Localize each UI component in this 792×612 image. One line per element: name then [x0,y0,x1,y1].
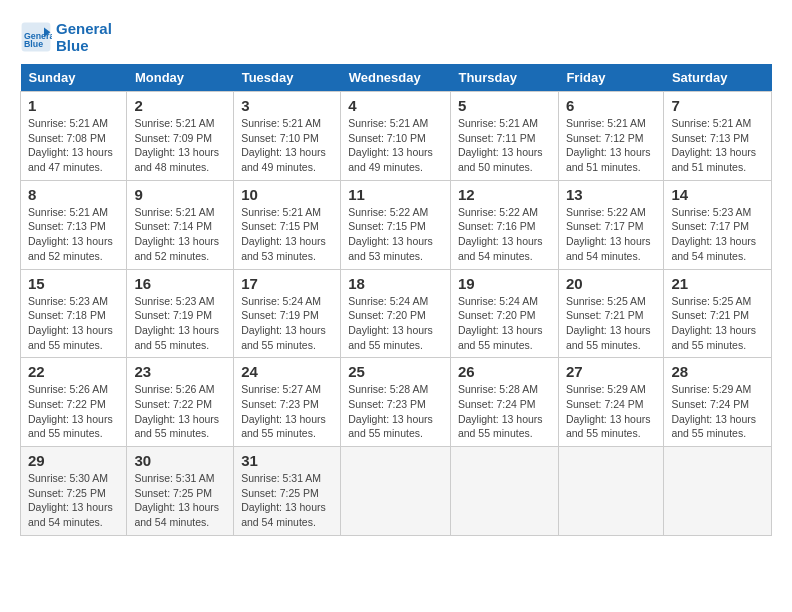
calendar-cell: 13 Sunrise: 5:22 AM Sunset: 7:17 PM Dayl… [558,180,664,269]
day-number: 2 [134,97,226,114]
day-info: Sunrise: 5:25 AM Sunset: 7:21 PM Dayligh… [671,294,764,353]
day-number: 25 [348,363,443,380]
calendar-cell: 26 Sunrise: 5:28 AM Sunset: 7:24 PM Dayl… [450,358,558,447]
day-info: Sunrise: 5:22 AM Sunset: 7:16 PM Dayligh… [458,205,551,264]
day-number: 27 [566,363,657,380]
day-info: Sunrise: 5:25 AM Sunset: 7:21 PM Dayligh… [566,294,657,353]
day-header-thursday: Thursday [450,64,558,92]
day-number: 11 [348,186,443,203]
day-number: 9 [134,186,226,203]
day-number: 18 [348,275,443,292]
logo-icon: General Blue [20,21,52,53]
calendar-cell: 12 Sunrise: 5:22 AM Sunset: 7:16 PM Dayl… [450,180,558,269]
day-number: 17 [241,275,333,292]
calendar-cell: 10 Sunrise: 5:21 AM Sunset: 7:15 PM Dayl… [234,180,341,269]
calendar-cell [558,447,664,536]
calendar-cell: 8 Sunrise: 5:21 AM Sunset: 7:13 PM Dayli… [21,180,127,269]
day-info: Sunrise: 5:24 AM Sunset: 7:19 PM Dayligh… [241,294,333,353]
calendar-cell: 18 Sunrise: 5:24 AM Sunset: 7:20 PM Dayl… [341,269,451,358]
calendar-week-4: 22 Sunrise: 5:26 AM Sunset: 7:22 PM Dayl… [21,358,772,447]
day-info: Sunrise: 5:21 AM Sunset: 7:12 PM Dayligh… [566,116,657,175]
calendar-header: SundayMondayTuesdayWednesdayThursdayFrid… [21,64,772,92]
day-number: 19 [458,275,551,292]
svg-text:Blue: Blue [24,39,43,49]
day-info: Sunrise: 5:28 AM Sunset: 7:23 PM Dayligh… [348,382,443,441]
day-number: 22 [28,363,119,380]
calendar-week-5: 29 Sunrise: 5:30 AM Sunset: 7:25 PM Dayl… [21,447,772,536]
day-info: Sunrise: 5:21 AM Sunset: 7:08 PM Dayligh… [28,116,119,175]
calendar-cell: 20 Sunrise: 5:25 AM Sunset: 7:21 PM Dayl… [558,269,664,358]
day-info: Sunrise: 5:21 AM Sunset: 7:13 PM Dayligh… [28,205,119,264]
day-info: Sunrise: 5:22 AM Sunset: 7:17 PM Dayligh… [566,205,657,264]
calendar-cell: 6 Sunrise: 5:21 AM Sunset: 7:12 PM Dayli… [558,92,664,181]
calendar-cell [450,447,558,536]
day-number: 16 [134,275,226,292]
day-number: 26 [458,363,551,380]
day-header-saturday: Saturday [664,64,772,92]
calendar-body: 1 Sunrise: 5:21 AM Sunset: 7:08 PM Dayli… [21,92,772,536]
day-number: 3 [241,97,333,114]
day-info: Sunrise: 5:22 AM Sunset: 7:15 PM Dayligh… [348,205,443,264]
calendar-cell: 27 Sunrise: 5:29 AM Sunset: 7:24 PM Dayl… [558,358,664,447]
day-info: Sunrise: 5:21 AM Sunset: 7:11 PM Dayligh… [458,116,551,175]
day-info: Sunrise: 5:23 AM Sunset: 7:17 PM Dayligh… [671,205,764,264]
calendar-cell: 16 Sunrise: 5:23 AM Sunset: 7:19 PM Dayl… [127,269,234,358]
logo-text: General Blue [56,20,112,54]
logo: General Blue General Blue [20,20,112,54]
day-number: 30 [134,452,226,469]
calendar-cell: 23 Sunrise: 5:26 AM Sunset: 7:22 PM Dayl… [127,358,234,447]
calendar-table: SundayMondayTuesdayWednesdayThursdayFrid… [20,64,772,536]
day-info: Sunrise: 5:21 AM Sunset: 7:09 PM Dayligh… [134,116,226,175]
calendar-cell: 14 Sunrise: 5:23 AM Sunset: 7:17 PM Dayl… [664,180,772,269]
calendar-cell [341,447,451,536]
day-info: Sunrise: 5:26 AM Sunset: 7:22 PM Dayligh… [28,382,119,441]
calendar-cell: 1 Sunrise: 5:21 AM Sunset: 7:08 PM Dayli… [21,92,127,181]
calendar-cell: 22 Sunrise: 5:26 AM Sunset: 7:22 PM Dayl… [21,358,127,447]
calendar-cell: 9 Sunrise: 5:21 AM Sunset: 7:14 PM Dayli… [127,180,234,269]
day-info: Sunrise: 5:29 AM Sunset: 7:24 PM Dayligh… [566,382,657,441]
calendar-cell: 17 Sunrise: 5:24 AM Sunset: 7:19 PM Dayl… [234,269,341,358]
page-header: General Blue General Blue [20,20,772,54]
calendar-cell: 31 Sunrise: 5:31 AM Sunset: 7:25 PM Dayl… [234,447,341,536]
day-header-wednesday: Wednesday [341,64,451,92]
day-info: Sunrise: 5:31 AM Sunset: 7:25 PM Dayligh… [134,471,226,530]
calendar-cell: 7 Sunrise: 5:21 AM Sunset: 7:13 PM Dayli… [664,92,772,181]
day-info: Sunrise: 5:21 AM Sunset: 7:10 PM Dayligh… [348,116,443,175]
day-header-monday: Monday [127,64,234,92]
day-header-tuesday: Tuesday [234,64,341,92]
day-number: 12 [458,186,551,203]
calendar-week-1: 1 Sunrise: 5:21 AM Sunset: 7:08 PM Dayli… [21,92,772,181]
calendar-week-3: 15 Sunrise: 5:23 AM Sunset: 7:18 PM Dayl… [21,269,772,358]
day-info: Sunrise: 5:27 AM Sunset: 7:23 PM Dayligh… [241,382,333,441]
calendar-cell: 3 Sunrise: 5:21 AM Sunset: 7:10 PM Dayli… [234,92,341,181]
calendar-cell: 25 Sunrise: 5:28 AM Sunset: 7:23 PM Dayl… [341,358,451,447]
calendar-week-2: 8 Sunrise: 5:21 AM Sunset: 7:13 PM Dayli… [21,180,772,269]
calendar-cell: 21 Sunrise: 5:25 AM Sunset: 7:21 PM Dayl… [664,269,772,358]
day-number: 6 [566,97,657,114]
calendar-cell: 5 Sunrise: 5:21 AM Sunset: 7:11 PM Dayli… [450,92,558,181]
day-info: Sunrise: 5:26 AM Sunset: 7:22 PM Dayligh… [134,382,226,441]
day-info: Sunrise: 5:21 AM Sunset: 7:15 PM Dayligh… [241,205,333,264]
day-info: Sunrise: 5:21 AM Sunset: 7:10 PM Dayligh… [241,116,333,175]
day-info: Sunrise: 5:21 AM Sunset: 7:14 PM Dayligh… [134,205,226,264]
day-number: 13 [566,186,657,203]
calendar-cell: 24 Sunrise: 5:27 AM Sunset: 7:23 PM Dayl… [234,358,341,447]
calendar-cell: 19 Sunrise: 5:24 AM Sunset: 7:20 PM Dayl… [450,269,558,358]
day-number: 8 [28,186,119,203]
day-info: Sunrise: 5:28 AM Sunset: 7:24 PM Dayligh… [458,382,551,441]
day-number: 5 [458,97,551,114]
day-number: 7 [671,97,764,114]
day-number: 4 [348,97,443,114]
day-number: 21 [671,275,764,292]
calendar-cell: 11 Sunrise: 5:22 AM Sunset: 7:15 PM Dayl… [341,180,451,269]
day-info: Sunrise: 5:23 AM Sunset: 7:19 PM Dayligh… [134,294,226,353]
day-info: Sunrise: 5:24 AM Sunset: 7:20 PM Dayligh… [348,294,443,353]
calendar-cell: 29 Sunrise: 5:30 AM Sunset: 7:25 PM Dayl… [21,447,127,536]
day-header-friday: Friday [558,64,664,92]
day-number: 10 [241,186,333,203]
day-number: 24 [241,363,333,380]
day-number: 20 [566,275,657,292]
day-number: 23 [134,363,226,380]
day-info: Sunrise: 5:30 AM Sunset: 7:25 PM Dayligh… [28,471,119,530]
calendar-cell: 2 Sunrise: 5:21 AM Sunset: 7:09 PM Dayli… [127,92,234,181]
